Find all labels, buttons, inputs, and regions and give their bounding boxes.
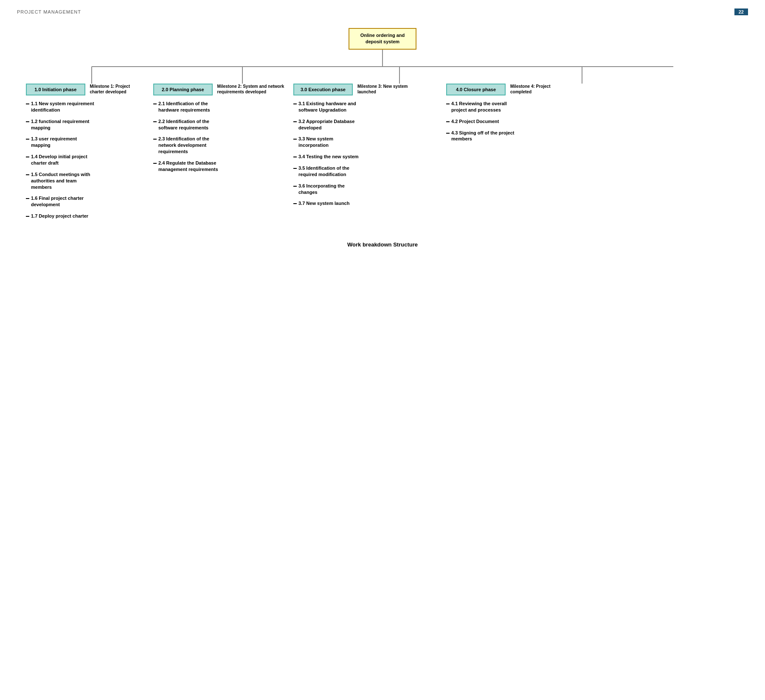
item-bar	[446, 121, 450, 122]
item-bar	[446, 133, 450, 134]
sub-item-text: 1.4 Develop initial project charter draf…	[31, 154, 97, 166]
page-number: 22	[734, 8, 748, 15]
sub-item-text: 3.3 New system incorporation	[298, 136, 364, 148]
sub-item-text: 1.6 Final project charter development	[31, 195, 97, 208]
item-bar	[153, 104, 157, 104]
list-item: 2.2 Identification of the software requi…	[153, 118, 285, 131]
sub-item-text: 1.2 functional requirement mapping	[31, 118, 97, 131]
branch-1-header: 1.0 Initiation phase Milestone 1: Projec…	[26, 84, 145, 95]
list-item: 1.6 Final project charter development	[26, 195, 145, 208]
sub-item-text: 3.7 New system launch	[298, 200, 349, 207]
list-item: 3.7 New system launch	[293, 200, 438, 207]
list-item: 1.3 user requirement mapping	[26, 136, 145, 148]
list-item: 3.6 Incorporating the changes	[293, 183, 438, 196]
sub-items-4: 4.1 Reviewing the overall project and pr…	[446, 101, 586, 142]
item-bar	[293, 139, 297, 140]
sub-item-text: 4.1 Reviewing the overall project and pr…	[451, 101, 517, 113]
phase-box-4: 4.0 Closure phase	[446, 84, 506, 95]
item-bar	[293, 104, 297, 104]
item-bar	[153, 163, 157, 164]
milestone-4: Milestone 4: Project completed	[510, 84, 565, 95]
item-bar	[293, 157, 297, 157]
branch-2-header: 2.0 Planning phase Milestone 2: System a…	[153, 84, 285, 95]
milestone-2: Milestone 2: System and network requirem…	[217, 84, 285, 95]
sub-item-text: 2.3 Identification of the network develo…	[158, 136, 224, 155]
list-item: 1.7 Deploy project charter	[26, 213, 145, 219]
list-item: 3.1 Existing hardware and software Upgra…	[293, 101, 438, 113]
sub-item-text: 3.2 Appropriate Database developed	[298, 118, 364, 131]
list-item: 4.1 Reviewing the overall project and pr…	[446, 101, 586, 113]
branch-3-header: 3.0 Execution phase Milestone 3: New sys…	[293, 84, 438, 95]
sub-item-text: 3.4 Testing the new system	[298, 154, 359, 160]
item-bar	[26, 139, 29, 140]
sub-item-text: 1.7 Deploy project charter	[31, 213, 88, 219]
phase-box-3: 3.0 Execution phase	[293, 84, 353, 95]
list-item: 2.4 Regulate the Database management req…	[153, 160, 285, 173]
list-item: 4.2 Project Document	[446, 118, 586, 125]
sub-item-text: 2.2 Identification of the software requi…	[158, 118, 224, 131]
phase-box-1: 1.0 Initiation phase	[26, 84, 85, 95]
sub-items-1: 1.1 New system requirement identificatio…	[26, 101, 145, 219]
branch-4: 4.0 Closure phase Milestone 4: Project c…	[442, 84, 591, 148]
list-item: 3.3 New system incorporation	[293, 136, 438, 148]
branch-3: 3.0 Execution phase Milestone 3: New sys…	[289, 84, 442, 212]
sub-item-text: 3.6 Incorporating the changes	[298, 183, 364, 196]
list-item: 1.5 Conduct meetings with authorities an…	[26, 171, 145, 190]
sub-item-text: 1.3 user requirement mapping	[31, 136, 97, 148]
list-item: 3.4 Testing the new system	[293, 154, 438, 160]
item-bar	[26, 121, 29, 122]
list-item: 1.4 Develop initial project charter draf…	[26, 154, 145, 166]
item-bar	[26, 157, 29, 157]
list-item: 4.3 Signing off of the project members	[446, 130, 586, 143]
sub-item-text: 1.5 Conduct meetings with authorities an…	[31, 171, 97, 190]
item-bar	[153, 121, 157, 122]
branch-2: 2.0 Planning phase Milestone 2: System a…	[149, 84, 289, 178]
list-item: 3.2 Appropriate Database developed	[293, 118, 438, 131]
sub-item-text: 2.1 Identfication of the hardware requir…	[158, 101, 224, 113]
phase-box-2: 2.0 Planning phase	[153, 84, 213, 95]
list-item: 1.2 functional requirement mapping	[26, 118, 145, 131]
sub-items-3: 3.1 Existing hardware and software Upgra…	[293, 101, 438, 207]
list-item: 2.3 Identification of the network develo…	[153, 136, 285, 155]
list-item: 2.1 Identfication of the hardware requir…	[153, 101, 285, 113]
branch-1: 1.0 Initiation phase Milestone 1: Projec…	[17, 84, 149, 224]
branches-container: 1.0 Initiation phase Milestone 1: Projec…	[17, 84, 748, 224]
sub-item-text: 3.5 Identification of the required modif…	[298, 165, 364, 178]
sub-item-text: 4.3 Signing off of the project members	[451, 130, 517, 143]
list-item: 1.1 New system requirement identificatio…	[26, 101, 145, 113]
wbs-diagram: Online ordering and deposit system 1.0 I…	[17, 28, 748, 224]
item-bar	[26, 216, 29, 217]
milestone-3: Milestone 3: New system launched	[357, 84, 413, 95]
sub-items-2: 2.1 Identfication of the hardware requir…	[153, 101, 285, 173]
milestone-1: Milestone 1: Project charter developed	[90, 84, 145, 95]
connector-svg	[17, 50, 748, 84]
page: PROJECT MANAGEMENT 22 Online ordering an…	[0, 0, 765, 256]
item-bar	[293, 186, 297, 187]
sub-item-text: 1.1 New system requirement identificatio…	[31, 101, 97, 113]
page-title: PROJECT MANAGEMENT	[17, 9, 81, 14]
item-bar	[26, 104, 29, 104]
item-bar	[446, 104, 450, 104]
item-bar	[153, 139, 157, 140]
item-bar	[293, 203, 297, 204]
root-node: Online ordering and deposit system	[349, 28, 416, 50]
branch-4-header: 4.0 Closure phase Milestone 4: Project c…	[446, 84, 586, 95]
diagram-caption: Work breakdown Structure	[17, 241, 748, 248]
sub-item-text: 2.4 Regulate the Database management req…	[158, 160, 224, 173]
sub-item-text: 4.2 Project Document	[451, 118, 499, 125]
item-bar	[26, 198, 29, 199]
header: PROJECT MANAGEMENT 22	[17, 8, 748, 15]
item-bar	[293, 168, 297, 169]
item-bar	[293, 121, 297, 122]
list-item: 3.5 Identification of the required modif…	[293, 165, 438, 178]
sub-item-text: 3.1 Existing hardware and software Upgra…	[298, 101, 364, 113]
item-bar	[26, 174, 29, 175]
